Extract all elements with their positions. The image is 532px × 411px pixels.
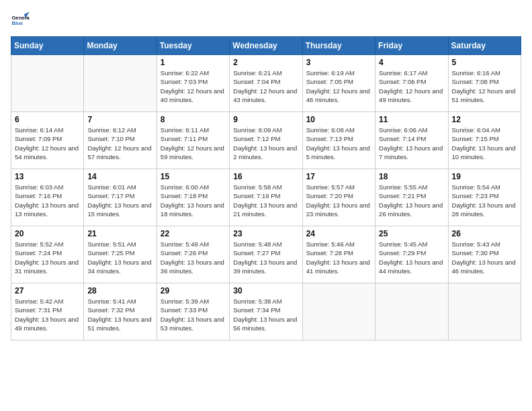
weekday-header-monday: Monday: [84, 37, 157, 55]
day-cell: 7Sunrise: 6:12 AMSunset: 7:10 PMDaylight…: [84, 112, 157, 169]
calendar-header: SundayMondayTuesdayWednesdayThursdayFrid…: [11, 37, 521, 55]
day-number: 11: [379, 115, 444, 124]
day-number: 7: [87, 115, 152, 124]
day-cell: 8Sunrise: 6:11 AMSunset: 7:11 PMDaylight…: [157, 112, 229, 169]
day-number: 6: [15, 115, 80, 124]
day-info: Sunrise: 6:21 AMSunset: 7:04 PMDaylight:…: [233, 68, 298, 104]
day-info: Sunrise: 6:04 AMSunset: 7:15 PMDaylight:…: [452, 126, 517, 161]
day-cell: 13Sunrise: 6:03 AMSunset: 7:16 PMDayligh…: [11, 169, 84, 226]
day-number: 5: [452, 58, 517, 67]
day-info: Sunrise: 5:43 AMSunset: 7:30 PMDaylight:…: [452, 240, 517, 275]
day-number: 10: [306, 115, 371, 124]
day-number: 1: [161, 58, 226, 67]
day-number: 16: [233, 172, 298, 181]
day-number: 24: [306, 229, 371, 238]
day-info: Sunrise: 5:45 AMSunset: 7:29 PMDaylight:…: [379, 240, 444, 275]
day-number: 8: [161, 115, 226, 124]
weekday-header-tuesday: Tuesday: [157, 37, 229, 55]
day-number: 22: [161, 229, 226, 238]
logo-icon: General Blue: [11, 11, 30, 30]
day-info: Sunrise: 6:12 AMSunset: 7:10 PMDaylight:…: [87, 126, 152, 161]
day-number: 17: [306, 172, 371, 181]
day-number: 21: [87, 229, 152, 238]
day-info: Sunrise: 5:54 AMSunset: 7:23 PMDaylight:…: [452, 183, 517, 218]
day-info: Sunrise: 6:03 AMSunset: 7:16 PMDaylight:…: [15, 183, 80, 218]
day-number: 18: [379, 172, 444, 181]
day-info: Sunrise: 6:22 AMSunset: 7:03 PMDaylight:…: [161, 68, 226, 104]
day-info: Sunrise: 5:51 AMSunset: 7:25 PMDaylight:…: [87, 240, 152, 275]
day-info: Sunrise: 6:16 AMSunset: 7:08 PMDaylight:…: [452, 68, 517, 104]
day-info: Sunrise: 5:42 AMSunset: 7:31 PMDaylight:…: [15, 297, 80, 332]
day-info: Sunrise: 5:52 AMSunset: 7:24 PMDaylight:…: [15, 240, 80, 275]
day-number: 29: [161, 286, 226, 295]
day-number: 4: [379, 58, 444, 67]
day-number: 27: [15, 286, 80, 295]
day-number: 12: [452, 115, 517, 124]
day-info: Sunrise: 6:19 AMSunset: 7:05 PMDaylight:…: [306, 68, 371, 104]
day-info: Sunrise: 5:57 AMSunset: 7:20 PMDaylight:…: [306, 183, 371, 218]
day-number: 15: [161, 172, 226, 181]
day-info: Sunrise: 5:41 AMSunset: 7:32 PMDaylight:…: [87, 297, 152, 332]
day-info: Sunrise: 6:06 AMSunset: 7:14 PMDaylight:…: [379, 126, 444, 161]
day-number: 30: [233, 286, 298, 295]
day-cell: 15Sunrise: 6:00 AMSunset: 7:18 PMDayligh…: [157, 169, 229, 226]
day-number: 25: [379, 229, 444, 238]
weekday-header-wednesday: Wednesday: [230, 37, 302, 55]
day-cell: 23Sunrise: 5:48 AMSunset: 7:27 PMDayligh…: [230, 226, 302, 283]
day-number: 26: [452, 229, 517, 238]
day-cell: 22Sunrise: 5:49 AMSunset: 7:26 PMDayligh…: [157, 226, 229, 283]
weekday-header-thursday: Thursday: [302, 37, 375, 55]
day-cell: 26Sunrise: 5:43 AMSunset: 7:30 PMDayligh…: [448, 226, 521, 283]
day-info: Sunrise: 5:46 AMSunset: 7:28 PMDaylight:…: [306, 240, 371, 275]
day-cell: 2Sunrise: 6:21 AMSunset: 7:04 PMDaylight…: [230, 55, 302, 112]
day-info: Sunrise: 6:01 AMSunset: 7:17 PMDaylight:…: [87, 183, 152, 218]
day-number: 13: [15, 172, 80, 181]
day-info: Sunrise: 6:11 AMSunset: 7:11 PMDaylight:…: [161, 126, 226, 161]
day-cell: 19Sunrise: 5:54 AMSunset: 7:23 PMDayligh…: [448, 169, 521, 226]
day-cell: 3Sunrise: 6:19 AMSunset: 7:05 PMDaylight…: [302, 55, 375, 112]
day-cell: 17Sunrise: 5:57 AMSunset: 7:20 PMDayligh…: [302, 169, 375, 226]
week-row-5: 27Sunrise: 5:42 AMSunset: 7:31 PMDayligh…: [11, 283, 521, 340]
logo: General Blue: [11, 11, 30, 30]
day-cell: 4Sunrise: 6:17 AMSunset: 7:06 PMDaylight…: [375, 55, 448, 112]
day-cell: 12Sunrise: 6:04 AMSunset: 7:15 PMDayligh…: [448, 112, 521, 169]
day-cell: 10Sunrise: 6:08 AMSunset: 7:13 PMDayligh…: [302, 112, 375, 169]
day-info: Sunrise: 5:58 AMSunset: 7:19 PMDaylight:…: [233, 183, 298, 218]
week-row-1: 1Sunrise: 6:22 AMSunset: 7:03 PMDaylight…: [11, 55, 521, 112]
day-info: Sunrise: 5:49 AMSunset: 7:26 PMDaylight:…: [161, 240, 226, 275]
svg-text:General: General: [11, 15, 30, 21]
day-cell: 20Sunrise: 5:52 AMSunset: 7:24 PMDayligh…: [11, 226, 84, 283]
day-number: 28: [87, 286, 152, 295]
page-header: General Blue: [11, 11, 521, 30]
day-number: 23: [233, 229, 298, 238]
svg-text:Blue: Blue: [11, 20, 23, 26]
day-cell: 30Sunrise: 5:38 AMSunset: 7:34 PMDayligh…: [230, 283, 302, 340]
day-cell: [11, 55, 84, 112]
day-cell: [448, 283, 521, 340]
week-row-2: 6Sunrise: 6:14 AMSunset: 7:09 PMDaylight…: [11, 112, 521, 169]
day-info: Sunrise: 5:39 AMSunset: 7:33 PMDaylight:…: [161, 297, 226, 332]
weekday-header-saturday: Saturday: [448, 37, 521, 55]
day-cell: 24Sunrise: 5:46 AMSunset: 7:28 PMDayligh…: [302, 226, 375, 283]
day-cell: 27Sunrise: 5:42 AMSunset: 7:31 PMDayligh…: [11, 283, 84, 340]
day-info: Sunrise: 6:09 AMSunset: 7:12 PMDaylight:…: [233, 126, 298, 161]
day-number: 19: [452, 172, 517, 181]
day-cell: 25Sunrise: 5:45 AMSunset: 7:29 PMDayligh…: [375, 226, 448, 283]
day-info: Sunrise: 6:08 AMSunset: 7:13 PMDaylight:…: [306, 126, 371, 161]
day-cell: 6Sunrise: 6:14 AMSunset: 7:09 PMDaylight…: [11, 112, 84, 169]
day-cell: 29Sunrise: 5:39 AMSunset: 7:33 PMDayligh…: [157, 283, 229, 340]
day-number: 20: [15, 229, 80, 238]
weekday-header-sunday: Sunday: [11, 37, 84, 55]
weekday-header-friday: Friday: [375, 37, 448, 55]
day-number: 14: [87, 172, 152, 181]
calendar-body: 1Sunrise: 6:22 AMSunset: 7:03 PMDaylight…: [11, 55, 521, 340]
day-info: Sunrise: 5:48 AMSunset: 7:27 PMDaylight:…: [233, 240, 298, 275]
day-cell: 28Sunrise: 5:41 AMSunset: 7:32 PMDayligh…: [84, 283, 157, 340]
weekday-header-row: SundayMondayTuesdayWednesdayThursdayFrid…: [11, 37, 521, 55]
day-cell: 1Sunrise: 6:22 AMSunset: 7:03 PMDaylight…: [157, 55, 229, 112]
day-number: 2: [233, 58, 298, 67]
calendar-table: SundayMondayTuesdayWednesdayThursdayFrid…: [11, 36, 521, 340]
week-row-3: 13Sunrise: 6:03 AMSunset: 7:16 PMDayligh…: [11, 169, 521, 226]
day-info: Sunrise: 6:17 AMSunset: 7:06 PMDaylight:…: [379, 68, 444, 104]
day-cell: [375, 283, 448, 340]
